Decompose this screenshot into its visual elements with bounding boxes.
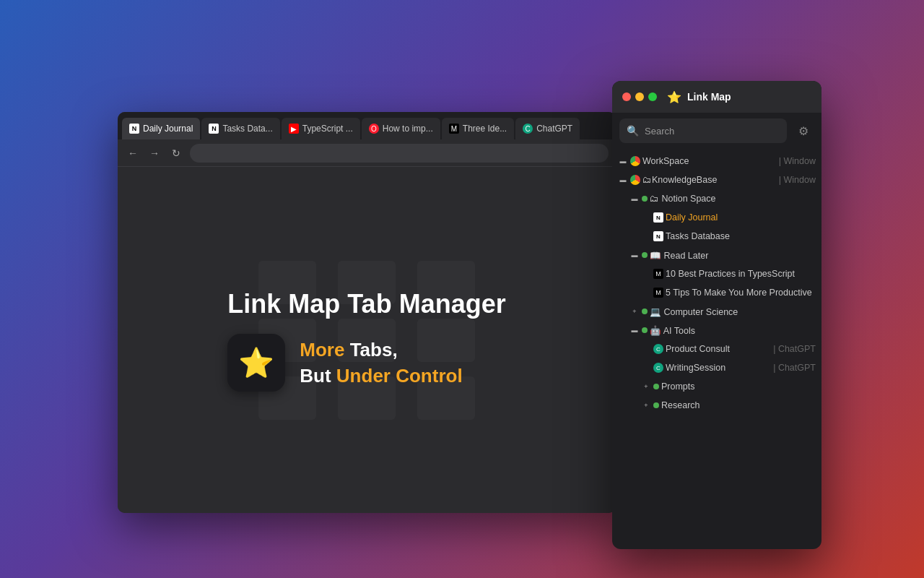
tab-chatgpt[interactable]: C ChatGPT (515, 118, 580, 139)
favicon-daily-journal: N (653, 212, 663, 223)
browser-tab-bar: N Daily Journal N Tasks Data... ▶ TypeSc… (118, 112, 616, 139)
tree-label-workspace: WorkSpace (642, 156, 777, 166)
search-box[interactable]: 🔍 Search (619, 118, 787, 143)
search-icon: 🔍 (627, 125, 639, 137)
dot-notion-space (642, 196, 648, 202)
tree-item-best-practices[interactable]: M 10 Best Practices in TypesScript (612, 264, 821, 283)
forward-button[interactable]: → (147, 145, 162, 161)
tree-item-knowledgebase[interactable]: ▬ 🗂KnowledgeBase | Window (612, 171, 821, 189)
tagline-more: More (300, 339, 344, 361)
tree-item-tips-productive[interactable]: M 5 Tips To Make You More Productive (612, 283, 821, 302)
tab-three-ide[interactable]: M Three Ide... (442, 118, 514, 139)
expand-prompts[interactable]: + (641, 381, 651, 392)
tree-item-prompts[interactable]: + Prompts (612, 377, 821, 396)
settings-button[interactable]: ⚙ (793, 120, 814, 142)
tree-label-best-practices: 10 Best Practices in TypesScript (666, 269, 816, 279)
expand-ai-tools[interactable]: ▬ (629, 325, 640, 335)
main-content: Link Map Tab Manager ⭐ More Tabs, But Un… (213, 274, 520, 406)
linkmap-panel: ⭐ Link Map 🔍 Search ⚙ ▬ WorkSpace | Wind… (612, 81, 821, 549)
tree-item-research[interactable]: + Research (612, 396, 821, 415)
tree-label-tips-productive: 5 Tips To Make You More Productive (666, 288, 816, 298)
minimize-button[interactable] (635, 92, 644, 101)
maximize-button[interactable] (648, 92, 657, 101)
tab-favicon-notion: N (129, 124, 139, 134)
tree-label-ai-tools: 🤖 AI Tools (650, 325, 816, 336)
tree-item-workspace[interactable]: ▬ WorkSpace | Window (612, 152, 821, 171)
dot-computer-science (642, 309, 648, 314)
tree-label-tasks-database: Tasks Database (666, 231, 816, 241)
tab-favicon-chatgpt: C (523, 124, 533, 134)
favicon-writing-session: C (653, 363, 663, 373)
address-bar[interactable] (190, 144, 609, 163)
tree-label-research: Research (661, 400, 816, 410)
tab-tasks-data[interactable]: N Tasks Data... (201, 118, 279, 139)
tree-suffix-product-consult: | ChatGPT (773, 344, 816, 354)
tree-label-read-later: 📖 Read Later (650, 250, 816, 261)
tree-suffix-workspace: | Window (779, 156, 816, 166)
tab-favicon-opera: O (369, 124, 379, 134)
tree-label-knowledgebase: 🗂KnowledgeBase (642, 175, 777, 185)
tab-how-to-imp[interactable]: O How to imp... (362, 118, 440, 139)
tree-label-product-consult: Product Consult (666, 344, 771, 354)
tab-label: Three Ide... (463, 124, 507, 134)
tab-label: Tasks Data... (222, 124, 272, 134)
tab-favicon-medium: M (449, 124, 459, 134)
tree-item-writing-session[interactable]: C WritingSession | ChatGPT (612, 358, 821, 377)
expand-read-later[interactable]: ▬ (629, 250, 640, 260)
expand-research[interactable]: + (641, 400, 651, 410)
tree-item-ai-tools[interactable]: ▬ 🤖 AI Tools (612, 321, 821, 340)
favicon-knowledgebase (630, 175, 640, 185)
expand-knowledgebase[interactable]: ▬ (618, 175, 628, 185)
expand-computer-science[interactable]: + (629, 306, 640, 316)
tab-favicon-youtube: ▶ (289, 124, 299, 134)
browser-window: N Daily Journal N Tasks Data... ▶ TypeSc… (118, 112, 616, 513)
traffic-lights (622, 92, 657, 101)
dot-prompts (653, 384, 659, 389)
dot-read-later (642, 252, 648, 258)
tree-item-read-later[interactable]: ▬ 📖 Read Later (612, 246, 821, 264)
tagline-but: But (300, 365, 336, 387)
tree-item-daily-journal[interactable]: N Daily Journal (612, 208, 821, 227)
tree-item-computer-science[interactable]: + 💻 Computer Science (612, 302, 821, 321)
panel-star-icon: ⭐ (667, 90, 681, 104)
favicon-workspace (630, 156, 640, 166)
back-button[interactable]: ← (125, 145, 141, 161)
expand-notion-space[interactable]: ▬ (629, 194, 640, 204)
tab-label: Daily Journal (143, 124, 193, 134)
tree-label-daily-journal: Daily Journal (666, 212, 816, 223)
tree-label-notion-space: 🗂 Notion Space (650, 194, 816, 204)
browser-content: Link Map Tab Manager ⭐ More Tabs, But Un… (118, 167, 616, 513)
tagline-line2: But Under Control (300, 363, 462, 389)
tree-label-computer-science: 💻 Computer Science (650, 306, 816, 317)
tab-label: ChatGPT (536, 124, 572, 134)
favicon-tasks-database: N (653, 231, 663, 241)
tagline-block: ⭐ More Tabs, But Under Control (227, 334, 505, 392)
tree-item-tasks-database[interactable]: N Tasks Database (612, 227, 821, 246)
dot-research (653, 402, 659, 408)
tab-typescript[interactable]: ▶ TypeScript ... (282, 118, 360, 139)
tagline-under-control: Under Control (336, 365, 463, 387)
favicon-tips-productive: M (653, 288, 663, 298)
expand-workspace[interactable]: ▬ (618, 156, 628, 166)
tree-suffix-knowledgebase: | Window (779, 175, 816, 185)
tab-label: How to imp... (383, 124, 433, 134)
search-input[interactable]: Search (645, 126, 780, 137)
tagline-tabs: Tabs, (344, 339, 397, 361)
panel-titlebar: ⭐ Link Map (612, 81, 821, 113)
tab-daily-journal[interactable]: N Daily Journal (122, 118, 200, 139)
tree-item-product-consult[interactable]: C Product Consult | ChatGPT (612, 340, 821, 358)
tab-label: TypeScript ... (302, 124, 353, 134)
reload-button[interactable]: ↻ (168, 145, 184, 161)
tree-suffix-writing-session: | ChatGPT (773, 363, 816, 373)
favicon-product-consult: C (653, 344, 663, 354)
tree-item-notion-space[interactable]: ▬ 🗂 Notion Space (612, 189, 821, 208)
favicon-best-practices: M (653, 269, 663, 279)
panel-title: Link Map (687, 91, 731, 103)
tab-favicon-notion2: N (209, 124, 219, 134)
tree-label-writing-session: WritingSession (666, 363, 771, 373)
headline: Link Map Tab Manager (227, 288, 505, 319)
close-button[interactable] (622, 92, 631, 101)
tagline: More Tabs, But Under Control (300, 337, 462, 389)
app-icon: ⭐ (227, 334, 285, 392)
tagline-line1: More Tabs, (300, 337, 462, 363)
